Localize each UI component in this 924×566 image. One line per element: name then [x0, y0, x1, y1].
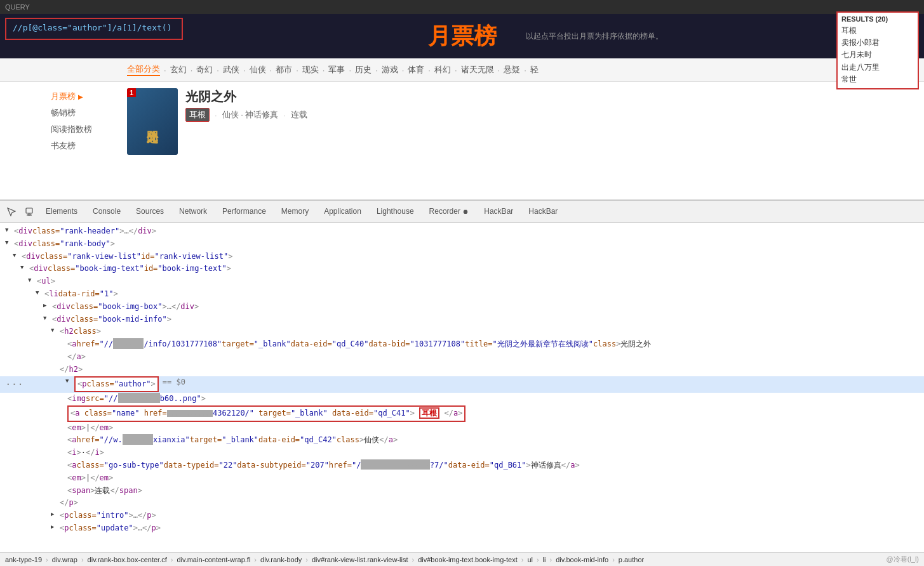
- status-p-author[interactable]: p.author: [619, 556, 644, 563]
- tab-elements[interactable]: Elements: [38, 203, 85, 221]
- category-all[interactable]: 全部分类: [127, 63, 160, 76]
- html-line-img: <img src="//...........b60..png" >: [0, 393, 924, 405]
- nav-item-changxiao[interactable]: 畅销榜: [51, 105, 114, 121]
- html-line-a-close: </a>: [0, 351, 924, 364]
- tab-memory[interactable]: Memory: [274, 203, 316, 221]
- tab-hackbar-1[interactable]: HackBar: [476, 203, 521, 221]
- website-area: QUERY //p[@class="author"]/a[1]/text() R…: [0, 0, 924, 200]
- status-main-content[interactable]: div.main-content-wrap.fl: [177, 556, 250, 563]
- html-line-book-img-box: ▶ <div class="book-img-box" > … </div>: [0, 301, 924, 313]
- category-dushi[interactable]: 都市: [276, 64, 292, 76]
- results-item-1: 耳根: [841, 25, 914, 37]
- book-info: 光阴之外 耳根 · 仙侠 · 神话修真 · 连载: [185, 88, 873, 122]
- status-rank-view-list[interactable]: div#rank-view-list.rank-view-list: [312, 556, 408, 563]
- p-author-tag: <p class="author" >: [74, 376, 159, 393]
- html-line-a-subtype: <a class="go-sub-type" data-typeid="22" …: [0, 459, 924, 472]
- results-item-4: 出走八万里: [841, 62, 914, 74]
- status-ank-type[interactable]: ank-type-19: [5, 556, 42, 563]
- html-line-book-mid-info: ▼ <div class="book-mid-info" >: [0, 313, 924, 326]
- sidebar-nav: 月票榜 ▶ 畅销榜 阅读指数榜 书友榜: [51, 88, 114, 164]
- category-qihuan[interactable]: 奇幻: [196, 64, 213, 76]
- results-box: RESULTS (20) 耳根 卖报小郎君 七月未时 出走八万里 常世: [836, 11, 919, 89]
- html-line-rank-view-list: ▼ <div class="rank-view-list" id="rank-v…: [0, 251, 924, 263]
- status-bar: ank-type-19 › div.wrap › div.rank-box.bo…: [0, 552, 924, 566]
- book-name[interactable]: 光阴之外: [185, 88, 873, 105]
- device-icon[interactable]: [20, 203, 38, 221]
- html-line-a-author: <a class="name" href=............4362120…: [0, 405, 924, 422]
- html-line-a-book: <a href="//......../info/1031777108" tar…: [0, 338, 924, 351]
- status-rank-box[interactable]: div.rank-box.box-center.cf: [88, 556, 167, 563]
- nav-item-yuepiao[interactable]: 月票榜 ▶: [51, 88, 114, 105]
- category-junshi[interactable]: 军事: [328, 64, 345, 76]
- html-line-ul: ▼ <ul>: [0, 275, 924, 288]
- status-div-wrap[interactable]: div.wrap: [52, 556, 77, 563]
- book-list: 1 光阴之外 光阴之外 耳根 · 仙侠 · 神话修真 · 连载: [127, 88, 873, 164]
- nav-item-shuyou[interactable]: 书友榜: [51, 138, 114, 154]
- tab-application[interactable]: Application: [316, 203, 369, 221]
- results-item-2: 卖报小郎君: [841, 37, 914, 49]
- a-author-tag: <a class="name" href=............4362120…: [67, 405, 465, 422]
- html-line-h2-close: </h2>: [0, 364, 924, 376]
- status-ul[interactable]: ul: [527, 556, 533, 563]
- site-title: 月票榜: [428, 21, 497, 52]
- results-item-5: 常世: [841, 74, 914, 86]
- book-cover: 1 光阴之外: [127, 88, 178, 155]
- tab-console[interactable]: Console: [85, 203, 128, 221]
- html-line-h2: ▼ <h2 class >: [0, 326, 924, 338]
- html-line-li: ▼ <li data-rid="1" >: [0, 288, 924, 301]
- inspect-icon[interactable]: [3, 203, 20, 221]
- html-line-p-close: </p>: [0, 497, 924, 510]
- html-line-em2: <em> | </em>: [0, 472, 924, 485]
- main-layout: 月票榜 ▶ 畅销榜 阅读指数榜 书友榜 1 光阴之外 光阴之外 耳根 · 仙侠 …: [0, 82, 924, 171]
- svg-rect-0: [26, 208, 32, 213]
- category-kehuan[interactable]: 科幻: [434, 64, 451, 76]
- category-wuxia[interactable]: 武侠: [223, 64, 239, 76]
- html-line-p-author[interactable]: ··· ▼ <p class="author" > == $0: [0, 376, 924, 393]
- category-tiyu[interactable]: 体育: [408, 64, 424, 76]
- category-youxi[interactable]: 游戏: [382, 64, 398, 76]
- html-line-p-update: ▶ <p class="update" > … </p>: [0, 522, 924, 535]
- nav-item-yuedu[interactable]: 阅读指数榜: [51, 121, 114, 138]
- csdn-watermark: @冷巷(l_l): [887, 555, 920, 564]
- results-header: RESULTS (20): [841, 15, 914, 23]
- categories-bar: 全部分类 · 玄幻 · 奇幻 · 武侠 · 仙侠 · 都市 · 现实 · 军事 …: [0, 58, 924, 82]
- html-line-a-xianxia: <a href="//w.........xianxia" target="_b…: [0, 434, 924, 447]
- book-genre: 仙侠 · 神话修真: [222, 109, 279, 121]
- html-line-rank-header: ▼ <div class="rank-header" > … </div>: [0, 225, 924, 238]
- tab-hackbar-2[interactable]: HackBar: [521, 203, 565, 221]
- html-source[interactable]: ▼ <div class="rank-header" > … </div> ▼ …: [0, 223, 924, 552]
- book-rank: 1: [127, 88, 136, 97]
- category-xianshi[interactable]: 现实: [302, 64, 319, 76]
- tab-sources[interactable]: Sources: [128, 203, 171, 221]
- category-xuanyi[interactable]: 悬疑: [504, 64, 520, 76]
- tab-network[interactable]: Network: [171, 203, 215, 221]
- category-xianxia[interactable]: 仙侠: [250, 64, 266, 76]
- tab-lighthouse[interactable]: Lighthouse: [369, 203, 422, 221]
- status-book-mid-info[interactable]: div.book-mid-info: [556, 556, 608, 563]
- tab-performance[interactable]: Performance: [215, 203, 274, 221]
- html-line-book-img-text: ▼ <div class="book-img-text" id="book-im…: [0, 263, 924, 275]
- book-status: 连载: [291, 109, 307, 121]
- three-dots-icon: ···: [5, 376, 23, 393]
- site-subtitle: 以起点平台投出月票为排序依据的榜单。: [526, 31, 663, 42]
- category-xuanhuan[interactable]: 玄幻: [170, 64, 187, 76]
- results-item-3: 七月未时: [841, 49, 914, 61]
- category-qing[interactable]: 轻: [530, 64, 539, 76]
- status-rank-body[interactable]: div.rank-body: [260, 556, 302, 563]
- tab-recorder[interactable]: Recorder ⏺: [422, 203, 477, 221]
- devtools-tabs: Elements Console Sources Network Perform…: [0, 201, 924, 223]
- html-line-em1: <em> | </em>: [0, 422, 924, 435]
- query-label: QUERY: [5, 3, 30, 11]
- status-book-img-text[interactable]: div#book-img-text.book-img-text: [418, 556, 518, 563]
- book-meta: 耳根 · 仙侠 · 神话修真 · 连载: [185, 108, 873, 122]
- html-line-span-status: <span> 连载 </span>: [0, 485, 924, 497]
- html-line-i: <i> · </i>: [0, 447, 924, 459]
- html-line-p-intro: ▶ <p class="intro" > … </p>: [0, 510, 924, 522]
- query-bar: QUERY: [0, 0, 924, 14]
- html-line-rank-body: ▼ <div class="rank-body" >: [0, 238, 924, 251]
- category-zhutiann[interactable]: 诸天无限: [461, 64, 494, 76]
- xpath-input[interactable]: //p[@class="author"]/a[1]/text(): [5, 18, 183, 40]
- status-li[interactable]: li: [543, 556, 546, 563]
- category-lishi[interactable]: 历史: [355, 64, 372, 76]
- author-tag: 耳根: [185, 108, 210, 122]
